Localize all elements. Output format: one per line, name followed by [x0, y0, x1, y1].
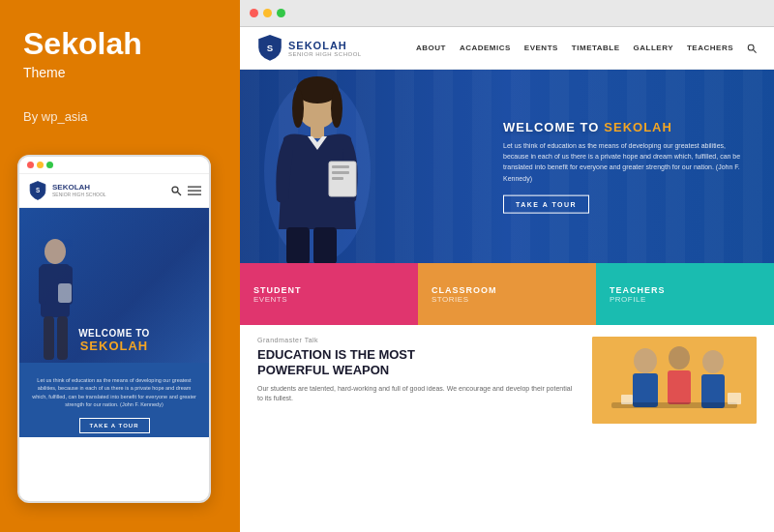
svg-point-20: [331, 89, 342, 128]
svg-text:S: S: [267, 43, 274, 53]
svg-text:S: S: [36, 187, 40, 193]
mobile-mockup: S SEKOLAH SENIOR HIGH SCHOOL: [17, 155, 211, 503]
desktop-logo-sub: SENIOR HIGH SCHOOL: [288, 51, 362, 57]
theme-author: By wp_asia: [23, 109, 217, 124]
browser-dot-green[interactable]: [277, 9, 285, 17]
svg-line-2: [178, 192, 182, 196]
svg-rect-4: [188, 191, 201, 192]
mobile-nav-icons[interactable]: [170, 185, 201, 196]
feature-sub-0: EVENTS: [253, 295, 404, 304]
nav-about[interactable]: ABOUT: [416, 44, 446, 52]
desktop-preview: S SEKOLAH SENIOR HIGH SCHOOL ABOUT ACADE…: [240, 27, 774, 532]
desktop-hero: WELCOME TO SEKOLAH Let us think of educa…: [240, 70, 774, 263]
svg-point-14: [748, 44, 754, 50]
mobile-nav: S SEKOLAH SENIOR HIGH SCHOOL: [19, 174, 209, 208]
feature-student-events[interactable]: STUDENT EVENTS: [240, 263, 418, 325]
hero-person: [259, 74, 375, 263]
feature-title-0: STUDENT: [253, 285, 404, 295]
svg-rect-11: [57, 316, 68, 360]
svg-rect-31: [633, 373, 658, 407]
feature-title-1: CLASSROOM: [432, 285, 582, 295]
feature-boxes: STUDENT EVENTS CLASSROOM STORIES TEACHER…: [240, 263, 774, 325]
mobile-welcome-text: WELCOME TO: [78, 328, 150, 339]
mobile-top-bar: [19, 157, 209, 174]
mobile-hero-content: WELCOME TO SEKOLAH: [78, 328, 150, 353]
mobile-desc-area: Let us think of education as the means o…: [19, 363, 209, 437]
svg-point-34: [702, 350, 724, 373]
svg-point-1: [172, 187, 178, 192]
desktop-nav-links: ABOUT ACADEMICS EVENTS TIMETABLE GALLERY…: [416, 44, 757, 53]
nav-teachers[interactable]: TEACHERS: [687, 44, 733, 52]
mobile-logo-text: SEKOLAH: [52, 184, 106, 192]
desktop-nav: S SEKOLAH SENIOR HIGH SCHOOL ABOUT ACADE…: [240, 27, 774, 70]
mobile-logo: S SEKOLAH SENIOR HIGH SCHOOL: [27, 180, 106, 201]
desktop-search-icon[interactable]: [747, 44, 757, 53]
hero-welcome-text: WELCOME TO: [503, 120, 599, 134]
content-section: Grandmaster Talk EDUCATION IS THE MOST P…: [240, 325, 774, 435]
hero-content: WELCOME TO SEKOLAH Let us think of educa…: [503, 120, 745, 214]
theme-title: Sekolah: [23, 27, 217, 61]
dot-red: [27, 162, 34, 168]
mobile-hero: WELCOME TO SEKOLAH: [19, 208, 209, 363]
feature-title-2: TEACHERS: [610, 285, 760, 295]
svg-rect-24: [332, 171, 349, 174]
headline-line1: EDUCATION IS THE MOST: [257, 347, 415, 362]
desktop-shield-icon: S: [257, 34, 283, 63]
dot-green: [46, 162, 53, 168]
svg-point-32: [669, 346, 690, 369]
feature-sub-2: PROFILE: [610, 295, 760, 304]
menu-icon[interactable]: [188, 185, 201, 196]
nav-gallery[interactable]: GALLERY: [634, 44, 673, 52]
svg-line-15: [754, 49, 757, 52]
svg-rect-8: [39, 266, 46, 305]
students-image: [592, 337, 757, 424]
browser-dot-yellow[interactable]: [263, 9, 272, 17]
svg-rect-23: [332, 165, 349, 168]
nav-events[interactable]: EVENTS: [524, 44, 558, 52]
mobile-description: Let us think of education as the means o…: [31, 376, 197, 408]
svg-rect-27: [313, 227, 337, 263]
desktop-logo: S SEKOLAH SENIOR HIGH SCHOOL: [257, 34, 362, 63]
svg-rect-38: [728, 393, 741, 404]
svg-point-6: [45, 239, 66, 264]
shield-icon: S: [27, 180, 48, 201]
mobile-logo-sub: SENIOR HIGH SCHOOL: [52, 192, 106, 197]
feature-sub-1: STORIES: [432, 295, 582, 304]
nav-academics[interactable]: ACADEMICS: [460, 44, 511, 52]
theme-subtitle: Theme: [23, 65, 217, 80]
hero-description: Let us think of education as the means o…: [503, 140, 745, 184]
browser-dot-red[interactable]: [250, 9, 258, 17]
content-image: [592, 337, 757, 424]
svg-rect-26: [286, 227, 310, 263]
feature-teachers-profile[interactable]: TEACHERS PROFILE: [596, 263, 774, 325]
svg-rect-33: [668, 370, 691, 404]
content-body: Our students are talented, hard-working …: [257, 384, 577, 404]
svg-rect-3: [188, 187, 201, 188]
svg-rect-12: [58, 283, 72, 303]
svg-rect-25: [332, 177, 343, 180]
hero-brand-text: SEKOLAH: [604, 120, 672, 134]
hero-person-svg: [259, 74, 375, 263]
svg-rect-5: [188, 194, 201, 195]
hero-cta-button[interactable]: TAKE A TOUR: [503, 194, 589, 213]
feature-classroom-stories[interactable]: CLASSROOM STORIES: [418, 263, 596, 325]
svg-point-19: [292, 89, 304, 128]
mobile-tour-button[interactable]: TAKE A TOUR: [79, 418, 150, 433]
mobile-brand-text: SEKOLAH: [78, 339, 150, 353]
content-tag: Grandmaster Talk: [257, 337, 577, 343]
browser-chrome: [240, 0, 774, 27]
right-panel: S SEKOLAH SENIOR HIGH SCHOOL ABOUT ACADE…: [240, 0, 774, 532]
headline-line2: POWERFUL WEAPON: [257, 363, 389, 377]
mobile-dots: [27, 162, 53, 168]
svg-rect-10: [44, 316, 54, 360]
nav-timetable[interactable]: TIMETABLE: [572, 44, 620, 52]
svg-point-30: [634, 348, 657, 373]
content-headline: EDUCATION IS THE MOST POWERFUL WEAPON: [257, 347, 577, 379]
content-left: Grandmaster Talk EDUCATION IS THE MOST P…: [257, 337, 577, 424]
desktop-logo-main: SEKOLAH: [288, 40, 362, 51]
search-icon[interactable]: [170, 185, 182, 196]
left-panel: Sekolah Theme By wp_asia S SEKOLAH SENIO…: [0, 0, 240, 532]
mobile-person-silhouette: [29, 237, 82, 363]
dot-yellow: [37, 162, 44, 168]
svg-rect-37: [621, 395, 633, 404]
